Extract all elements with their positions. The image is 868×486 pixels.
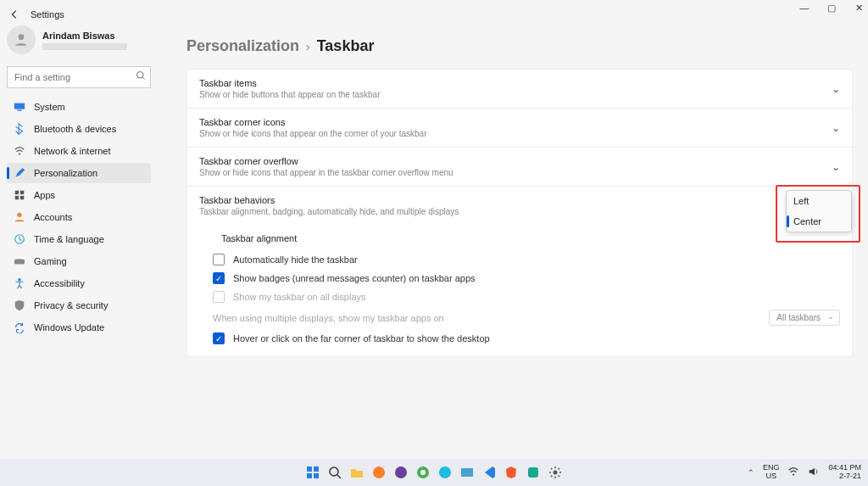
sidebar-item-label: System bbox=[34, 102, 65, 112]
svg-point-1 bbox=[137, 72, 144, 79]
sidebar-item-label: Accounts bbox=[34, 212, 72, 222]
language-indicator[interactable]: ENG US bbox=[763, 464, 780, 481]
sidebar-item-gaming[interactable]: Gaming bbox=[7, 251, 151, 271]
row-label: Show badges (unread messages counter) on… bbox=[233, 273, 476, 283]
clock-icon bbox=[14, 233, 25, 245]
svg-rect-8 bbox=[20, 196, 24, 199]
accessibility-icon bbox=[14, 277, 25, 289]
svg-rect-11 bbox=[14, 259, 25, 264]
section-title: Taskbar behaviors bbox=[199, 195, 459, 205]
breadcrumb-parent[interactable]: Personalization bbox=[186, 37, 299, 55]
svg-point-26 bbox=[793, 473, 794, 475]
sidebar-item-accounts[interactable]: Accounts bbox=[7, 207, 151, 227]
sidebar-item-time[interactable]: Time & language bbox=[7, 229, 151, 249]
chevron-down-icon: ⌄ bbox=[832, 122, 840, 134]
sidebar-item-personalization[interactable]: Personalization bbox=[7, 163, 151, 183]
shield-icon bbox=[14, 299, 25, 311]
maximize-button[interactable]: ▢ bbox=[826, 2, 837, 14]
section-behaviors[interactable]: Taskbar behaviors Taskbar alignment, bad… bbox=[187, 187, 852, 225]
taskbar[interactable]: ⌃ ENG US 04:41 PM 2-7-21 bbox=[0, 459, 868, 486]
section-title: Taskbar corner icons bbox=[199, 117, 427, 127]
svg-point-25 bbox=[554, 471, 558, 475]
svg-rect-15 bbox=[307, 473, 312, 478]
row-all-displays: Show my taskbar on all displays bbox=[213, 291, 840, 303]
section-desc: Show or hide icons that appear on the co… bbox=[199, 129, 427, 138]
sidebar-item-label: Accessibility bbox=[34, 278, 85, 288]
row-label: Automatically hide the taskbar bbox=[233, 254, 358, 265]
search-button[interactable] bbox=[326, 464, 343, 481]
svg-point-21 bbox=[420, 470, 426, 475]
sidebar-item-label: Gaming bbox=[34, 256, 67, 266]
close-button[interactable]: ✕ bbox=[853, 2, 865, 14]
chevron-down-icon: ⌄ bbox=[832, 161, 840, 173]
wifi-tray-icon[interactable] bbox=[787, 466, 799, 479]
checkbox-autohide[interactable] bbox=[213, 254, 225, 265]
row-alignment: Taskbar alignment bbox=[213, 230, 840, 247]
sidebar-item-label: Privacy & security bbox=[34, 300, 108, 310]
vscode-button[interactable] bbox=[481, 464, 498, 481]
sidebar-item-bluetooth[interactable]: Bluetooth & devices bbox=[7, 119, 151, 139]
bluetooth-icon bbox=[14, 123, 25, 135]
settings-button[interactable] bbox=[547, 464, 564, 481]
section-corner-overflow[interactable]: Taskbar corner overflow Show or hide ico… bbox=[187, 148, 852, 187]
alignment-option-center[interactable]: Center bbox=[787, 211, 851, 232]
firefox-button[interactable] bbox=[370, 464, 387, 481]
volume-tray-icon[interactable] bbox=[808, 466, 820, 479]
svg-point-4 bbox=[19, 153, 20, 154]
search-icon bbox=[136, 70, 146, 82]
row-label: Hover or click on the far corner of task… bbox=[233, 333, 490, 344]
section-corner-icons[interactable]: Taskbar corner icons Show or hide icons … bbox=[187, 109, 852, 148]
person-icon bbox=[14, 211, 25, 223]
sidebar-item-label: Time & language bbox=[34, 234, 104, 244]
back-button[interactable] bbox=[7, 7, 22, 22]
app-teal-button[interactable] bbox=[525, 464, 542, 481]
explorer-button[interactable] bbox=[348, 464, 365, 481]
chrome-button[interactable] bbox=[415, 464, 431, 481]
sidebar-item-network[interactable]: Network & internet bbox=[7, 141, 151, 161]
display-icon bbox=[14, 101, 25, 113]
app-blue-button[interactable] bbox=[459, 464, 476, 481]
alignment-dropdown[interactable]: Left Center bbox=[786, 190, 852, 232]
sidebar-item-system[interactable]: System bbox=[7, 97, 151, 117]
sidebar-item-label: Network & internet bbox=[34, 146, 110, 156]
sidebar-item-label: Windows Update bbox=[34, 322, 104, 332]
checkbox-badges[interactable]: ✓ bbox=[213, 272, 225, 284]
minimize-button[interactable]: — bbox=[798, 2, 810, 14]
alignment-label: Taskbar alignment bbox=[221, 233, 297, 243]
sidebar-item-privacy[interactable]: Privacy & security bbox=[7, 295, 151, 316]
brave-button[interactable] bbox=[503, 464, 520, 481]
gamepad-icon bbox=[14, 255, 25, 267]
row-hover-corner[interactable]: ✓ Hover or click on the far corner of ta… bbox=[213, 332, 840, 344]
svg-point-19 bbox=[395, 466, 407, 478]
user-block[interactable]: Arindam Biswas bbox=[7, 25, 151, 54]
sidebar-item-apps[interactable]: Apps bbox=[7, 185, 151, 205]
svg-rect-6 bbox=[20, 191, 24, 194]
svg-rect-24 bbox=[528, 467, 538, 478]
row-autohide[interactable]: Automatically hide the taskbar bbox=[213, 254, 840, 265]
update-icon bbox=[14, 321, 25, 333]
app-purple-button[interactable] bbox=[392, 464, 409, 481]
sidebar-item-update[interactable]: Windows Update bbox=[7, 317, 151, 338]
svg-rect-14 bbox=[314, 466, 319, 472]
svg-rect-2 bbox=[14, 103, 25, 109]
svg-point-18 bbox=[373, 466, 385, 478]
svg-rect-16 bbox=[314, 473, 319, 478]
tray-overflow[interactable]: ⌃ bbox=[748, 468, 754, 477]
start-button[interactable] bbox=[304, 464, 321, 481]
section-desc: Show or hide buttons that appear on the … bbox=[199, 90, 380, 99]
search-box[interactable] bbox=[7, 66, 151, 88]
section-taskbar-items[interactable]: Taskbar items Show or hide buttons that … bbox=[187, 70, 852, 109]
checkbox-hover[interactable]: ✓ bbox=[213, 332, 225, 344]
sidebar-item-accessibility[interactable]: Accessibility bbox=[7, 273, 151, 293]
clock-tray[interactable]: 04:41 PM 2-7-21 bbox=[828, 464, 861, 481]
edge-button[interactable] bbox=[437, 464, 453, 481]
search-input[interactable] bbox=[7, 66, 151, 88]
alignment-option-left[interactable]: Left bbox=[787, 191, 851, 211]
user-subtitle-placeholder bbox=[42, 43, 127, 50]
svg-rect-7 bbox=[15, 196, 19, 199]
row-badges[interactable]: ✓ Show badges (unread messages counter) … bbox=[213, 272, 840, 284]
multi-display-select: All taskbars bbox=[769, 310, 840, 326]
svg-point-12 bbox=[18, 278, 21, 282]
svg-rect-23 bbox=[461, 468, 473, 477]
checkbox-all-displays bbox=[213, 291, 225, 303]
